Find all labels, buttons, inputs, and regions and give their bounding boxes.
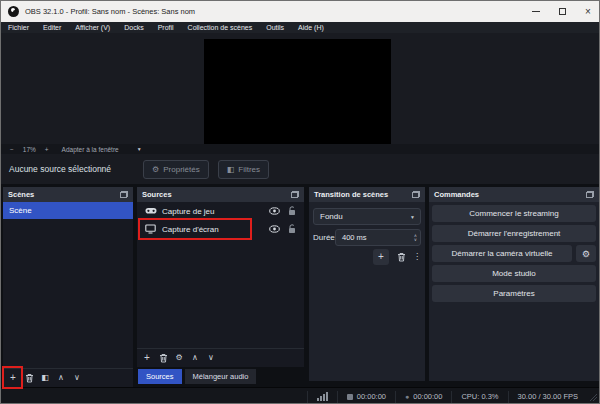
trash-icon [25,373,34,383]
record-time: 00:00:00 [413,392,442,401]
gamepad-icon [145,207,158,215]
properties-button[interactable]: ⚙ Propriétés [143,160,209,179]
transitions-toolbar: + ⋮ [373,249,421,265]
menu-collection-scenes[interactable]: Collection de scènes [181,22,260,33]
start-virtual-camera-button[interactable]: Démarrer la caméra virtuelle [432,245,572,262]
spinner-arrows[interactable]: ∧ ∨ [414,234,417,242]
stream-status-icon [347,394,353,400]
fps-indicator: 30.00 / 30.00 FPS [508,391,587,403]
duration-spinner[interactable]: 400 ms ∧ ∨ [335,229,421,246]
minimize-button[interactable] [523,1,549,22]
sources-toolbar: + ⚙ ∧ ∨ [137,348,304,367]
visibility-eye-icon[interactable] [269,225,280,233]
duration-row: Durée 400 ms ∧ ∨ [313,229,421,246]
menu-afficher[interactable]: Afficher (V) [68,22,117,33]
maximize-icon [559,8,566,15]
transitions-panel-header[interactable]: Transition de scènes [309,187,425,202]
network-status [307,391,337,403]
dock-tab-bar: Sources Mélangeur audio [138,369,256,384]
dock-float-icon[interactable] [412,191,420,198]
spinner-down-icon[interactable]: ∨ [414,238,417,242]
visibility-eye-icon[interactable] [269,207,280,215]
source-context-bar: Aucune source sélectionné ⚙ Propriétés ◧… [1,154,600,184]
move-source-up-button[interactable]: ∧ [187,354,203,362]
move-source-down-button[interactable]: ∨ [203,354,219,362]
filter-icon: ◧ [227,165,235,174]
dock-float-icon[interactable] [291,191,299,198]
transition-select[interactable]: Fondu ▼ [313,208,421,225]
filters-button[interactable]: ◧ Filtres [218,160,269,179]
fit-to-window-label[interactable]: Adapter à la fenêtre [62,146,119,153]
cpu-usage: CPU: 0.3% [451,391,507,403]
add-transition-button[interactable]: + [373,249,389,265]
source-properties-button[interactable]: ⚙ [171,354,187,362]
studio-mode-button[interactable]: Mode studio [432,265,596,282]
kebab-menu-icon[interactable]: ⋮ [413,253,421,261]
move-scene-up-button[interactable]: ∧ [53,374,69,382]
tab-sources[interactable]: Sources [138,369,182,384]
no-source-selected-label: Aucune source sélectionné [9,164,111,174]
add-source-button[interactable]: + [139,353,155,363]
menu-fichier[interactable]: Fichier [1,22,36,33]
annotation-box-add-scene [2,366,23,389]
transitions-panel-title: Transition de scènes [314,190,388,199]
scenes-panel-title: Scènes [8,190,34,199]
trash-icon [397,252,406,262]
gear-icon: ⚙ [152,165,159,174]
sources-panel: Sources Capture de jeu Capture d'écran [137,187,304,367]
resize-grip[interactable] [588,392,597,401]
menu-bar: Fichier Editer Afficher (V) Docks Profil… [1,22,600,33]
record-circle-icon: ● [405,393,409,400]
lock-icon[interactable] [288,224,296,234]
virtual-camera-settings-button[interactable]: ⚙ [576,245,596,262]
sources-panel-title: Sources [142,190,172,199]
zoom-in-button[interactable]: + [45,146,49,153]
transition-selected-value: Fondu [320,212,343,221]
maximize-button[interactable] [549,1,575,22]
minimize-icon [532,11,540,12]
lock-icon[interactable] [288,206,296,216]
remove-transition-button[interactable] [393,252,409,262]
start-recording-button[interactable]: Démarrer l'enregistrement [432,225,596,242]
menu-outils[interactable]: Outils [259,22,291,33]
settings-button[interactable]: Paramètres [432,285,596,302]
scenes-panel-header[interactable]: Scènes [3,187,133,202]
move-scene-down-button[interactable]: ∨ [69,374,85,382]
annotation-box-capture-ecran [138,218,252,240]
controls-panel-header[interactable]: Commandes [429,187,599,202]
dock-float-icon[interactable] [586,191,594,198]
menu-aide[interactable]: Aide (H) [291,22,331,33]
dock-float-icon[interactable] [120,191,128,198]
menu-editer[interactable]: Editer [36,22,68,33]
signal-bars-icon [317,392,328,401]
record-timer: ● 00:00:00 [395,391,451,403]
scene-list-item[interactable]: Scène [3,202,133,219]
menu-docks[interactable]: Docks [117,22,150,33]
transitions-panel: Transition de scènes Fondu ▼ Durée 400 m… [309,187,425,381]
window-controls: × [523,1,600,22]
stream-timer: 00:00:00 [337,391,395,403]
scene-filters-button[interactable]: ◧ [37,374,53,382]
duration-label: Durée [313,233,335,242]
scenes-panel: Scènes Scène + ◧ ∧ ∨ [3,187,133,387]
properties-label: Propriétés [163,165,199,174]
close-button[interactable]: × [575,1,600,22]
tab-melangeur-audio[interactable]: Mélangeur audio [185,369,257,384]
controls-panel-title: Commandes [434,190,479,199]
title-bar: OBS 32.1.0 - Profil: Sans nom - Scènes: … [1,1,600,22]
start-streaming-button[interactable]: Commencer le streaming [432,205,596,222]
menu-profil[interactable]: Profil [151,22,181,33]
sources-panel-header[interactable]: Sources [137,187,304,202]
zoom-level: 17% [23,146,36,153]
remove-scene-button[interactable] [21,373,37,383]
preview-canvas[interactable] [204,39,391,144]
status-bar: 00:00:00 ● 00:00:00 CPU: 0.3% 30.00 / 30… [1,387,600,404]
gear-icon: ⚙ [582,249,590,259]
controls-panel: Commandes Commencer le streaming Démarre… [429,187,599,381]
zoom-out-button[interactable]: − [10,146,14,153]
chevron-down-icon[interactable]: ▼ [137,146,142,152]
filters-label: Filtres [238,165,260,174]
chevron-down-icon: ▼ [410,214,415,220]
remove-source-button[interactable] [155,353,171,363]
trash-icon [159,353,168,363]
